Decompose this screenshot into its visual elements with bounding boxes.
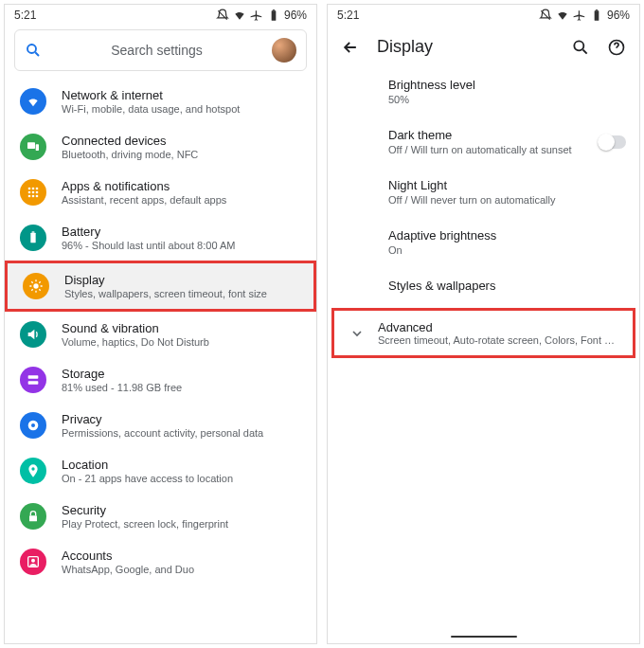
display-item-title: Adaptive brightness [388,228,626,243]
display-item-title: Styles & wallpapers [388,279,626,293]
battery-icon [20,225,46,251]
display-row[interactable]: Night LightOff / Will never turn on auto… [388,167,626,217]
settings-screen: 5:21 96% Search settings Network & inter… [4,4,317,644]
display-icon [23,273,49,299]
row-sub: Volume, haptics, Do Not Disturb [62,336,301,348]
sound-icon [20,321,46,348]
row-title: Storage [62,367,301,381]
svg-point-11 [28,195,31,198]
svg-rect-14 [30,233,35,243]
display-item-title: Dark theme [388,128,588,142]
storage-icon [20,367,46,393]
settings-row-wifi[interactable]: Network & internetWi-Fi, mobile, data us… [5,79,316,124]
row-sub: Permissions, account activity, personal … [62,427,301,439]
display-row[interactable]: Dark themeOff / Will turn on automatical… [388,117,626,167]
row-title: Privacy [62,412,301,426]
settings-row-storage[interactable]: Storage81% used - 11.98 GB free [5,357,316,403]
row-title: Accounts [62,549,301,563]
display-header: Display [328,24,639,66]
row-title: Battery [62,225,301,239]
search-placeholder: Search settings [49,43,264,58]
row-title: Security [62,503,301,517]
settings-row-security[interactable]: SecurityPlay Protect, screen lock, finge… [5,494,316,539]
back-icon[interactable] [341,38,360,57]
display-row[interactable]: Adaptive brightnessOn [388,217,626,267]
toggle-switch[interactable] [598,135,626,149]
search-bar[interactable]: Search settings [14,29,307,71]
avatar[interactable] [272,38,296,63]
row-sub: WhatsApp, Google, and Duo [62,564,301,575]
svg-rect-0 [272,10,277,20]
search-icon[interactable] [571,38,590,57]
dnd-icon [216,9,229,22]
svg-rect-28 [596,9,598,10]
display-list: Brightness level50%Dark themeOff / Will … [328,66,639,304]
settings-row-devices[interactable]: Connected devicesBluetooth, driving mode… [5,124,316,170]
battery-pct: 96% [284,9,307,22]
svg-point-8 [28,191,31,194]
battery-pct: 96% [607,9,630,22]
apps-icon [20,179,46,206]
row-title: Network & internet [62,88,301,102]
svg-point-23 [31,467,34,470]
svg-point-9 [32,191,35,194]
row-title: Location [62,458,301,472]
svg-point-20 [29,382,30,383]
accounts-icon [20,549,46,575]
help-icon[interactable] [607,38,626,57]
settings-list: Network & internetWi-Fi, mobile, data us… [5,79,316,643]
row-sub: Assistant, recent apps, default apps [62,194,301,206]
svg-point-10 [36,191,39,194]
wifi-icon [233,9,246,22]
row-sub: Wi-Fi, mobile, data usage, and hotspot [62,103,301,115]
status-bar: 5:21 96% [328,5,639,24]
wifi-icon [556,9,569,22]
svg-point-29 [574,41,583,50]
display-screen: 5:21 96% Display Brightness level50%Dark… [327,4,640,644]
svg-point-5 [28,188,31,190]
svg-point-26 [31,559,35,563]
nav-handle[interactable] [451,636,517,638]
svg-point-19 [29,376,30,377]
location-icon [20,458,46,484]
settings-row-battery[interactable]: Battery96% - Should last until about 8:0… [5,215,316,261]
row-title: Sound & vibration [62,321,301,335]
svg-rect-3 [27,142,35,149]
svg-point-7 [36,188,39,190]
chevron-down-icon [349,326,365,341]
display-item-sub: On [388,244,626,256]
svg-point-12 [32,195,35,198]
page-title: Display [377,37,554,57]
settings-row-apps[interactable]: Apps & notificationsAssistant, recent ap… [5,170,316,215]
svg-rect-1 [273,9,275,10]
display-item-title: Brightness level [388,78,626,92]
row-title: Apps & notifications [62,179,301,193]
svg-point-2 [27,45,36,53]
row-sub: 96% - Should last until about 8:00 AM [62,240,301,251]
row-title: Display [64,273,298,287]
row-sub: Styles, wallpapers, screen timeout, font… [64,288,298,299]
settings-row-display[interactable]: DisplayStyles, wallpapers, screen timeou… [5,261,316,312]
status-time: 5:21 [337,9,359,22]
row-sub: 81% used - 11.98 GB free [62,382,301,393]
svg-rect-27 [595,10,599,20]
settings-row-privacy[interactable]: PrivacyPermissions, account activity, pe… [5,403,316,448]
row-title: Connected devices [62,134,301,148]
settings-row-location[interactable]: LocationOn - 21 apps have access to loca… [5,448,316,494]
row-sub: On - 21 apps have access to location [62,473,301,484]
display-item-sub: Off / Will never turn on automatically [388,194,626,206]
display-row[interactable]: Brightness level50% [388,66,626,117]
advanced-sub: Screen timeout, Auto-rotate screen, Colo… [378,334,619,346]
display-row[interactable]: Styles & wallpapers [388,267,626,304]
svg-rect-24 [29,515,37,521]
advanced-row[interactable]: Advanced Screen timeout, Auto-rotate scr… [331,308,635,358]
dnd-icon [539,9,552,22]
svg-point-6 [32,188,35,190]
status-right: 96% [539,9,630,22]
battery-icon [590,9,603,22]
advanced-title: Advanced [378,320,619,334]
security-icon [20,503,46,530]
settings-row-sound[interactable]: Sound & vibrationVolume, haptics, Do Not… [5,312,316,357]
display-item-title: Night Light [388,178,626,192]
settings-row-accounts[interactable]: AccountsWhatsApp, Google, and Duo [5,539,316,585]
